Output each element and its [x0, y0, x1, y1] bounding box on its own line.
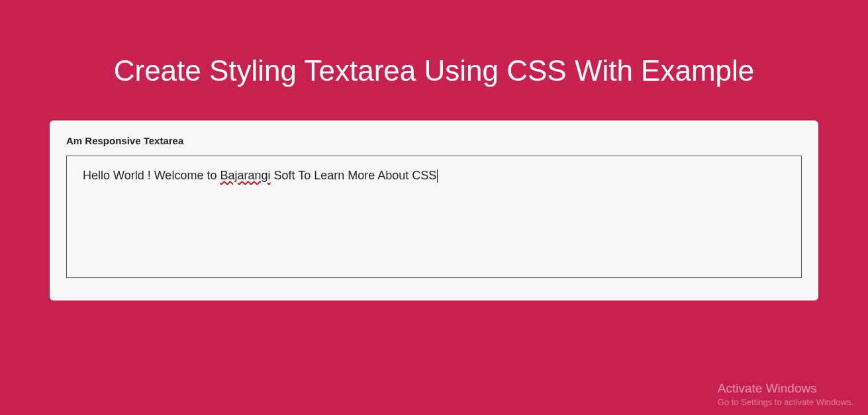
example-card: Am Responsive Textarea Hello World ! Wel…	[50, 120, 818, 300]
textarea-label: Am Responsive Textarea	[66, 135, 802, 146]
watermark-subtitle: Go to Settings to activate Windows.	[718, 397, 853, 407]
page-title: Create Styling Textarea Using CSS With E…	[0, 0, 868, 120]
responsive-textarea[interactable]	[66, 156, 802, 278]
watermark-title: Activate Windows	[718, 381, 853, 396]
textarea-wrapper: Hello World ! Welcome to Bajarangi Soft …	[66, 156, 802, 281]
windows-activation-watermark: Activate Windows Go to Settings to activ…	[718, 381, 853, 407]
